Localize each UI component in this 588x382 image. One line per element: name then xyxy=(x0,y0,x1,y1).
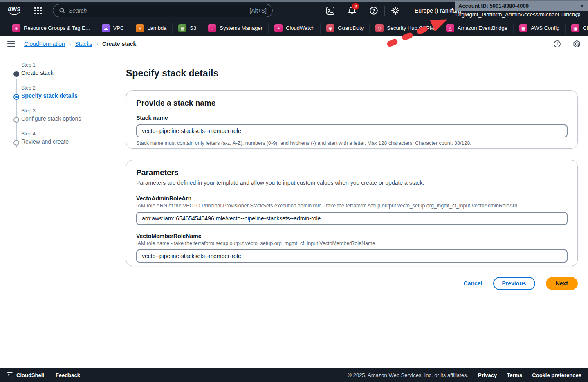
help-button[interactable]: ? xyxy=(363,6,384,15)
amazon-q-icon[interactable] xyxy=(573,40,581,48)
step-label: Create stack xyxy=(21,70,112,76)
cloudshell-toolbar-button[interactable] xyxy=(320,6,341,15)
favorites-item-guardduty[interactable]: ◉ GuardDuty xyxy=(321,23,370,34)
footer-copyright: © 2025, Amazon Web Services, Inc. or its… xyxy=(348,372,468,378)
footer-cloudshell-button[interactable]: CloudShell xyxy=(16,372,44,378)
step-active-radio xyxy=(13,94,19,100)
favorites-bar: ◈ Resource Groups & Tag E... ☁ VPC λ Lam… xyxy=(0,20,588,36)
eventbridge-icon: ◬ xyxy=(446,24,454,32)
search-input[interactable]: Search [Alt+S] xyxy=(53,4,273,17)
favorites-item-label: AWS Config xyxy=(531,25,559,31)
breadcrumb-link-cloudformation[interactable]: CloudFormation xyxy=(24,40,65,47)
favorites-item-label: Resource Groups & Tag E... xyxy=(24,25,90,31)
parameter-name: VectoMemberRoleName xyxy=(136,233,568,239)
notifications-button[interactable]: 2 xyxy=(341,6,363,15)
aws-smile-icon xyxy=(8,12,20,16)
parameter-field: VectoAdminRoleArn IAM role ARN of the VE… xyxy=(136,195,568,225)
terminal-icon xyxy=(326,6,335,15)
parameter-description: IAM role ARN of the VECTO Principal-Prov… xyxy=(136,203,568,209)
favorites-item-label: VPC xyxy=(113,25,124,31)
info-icon[interactable] xyxy=(553,40,561,48)
navbar-divider xyxy=(27,6,27,16)
next-button[interactable]: Next xyxy=(546,277,578,290)
favorites-item-resource-groups[interactable]: ◈ Resource Groups & Tag E... xyxy=(7,23,96,34)
footer-terms-link[interactable]: Terms xyxy=(507,372,522,378)
favorites-item-label: Security Hub CSPM xyxy=(387,25,434,31)
stack-name-label: Stack name xyxy=(136,115,568,121)
favorites-item-lambda[interactable]: λ Lambda xyxy=(130,23,173,34)
footer-privacy-link[interactable]: Privacy xyxy=(478,372,497,378)
step-todo-radio xyxy=(13,117,19,123)
stack-name-helper-text: Stack name must contain only letters (a-… xyxy=(136,140,568,146)
footer-cookie-preferences-link[interactable]: Cookie preferences xyxy=(532,372,581,378)
stack-name-card-title: Provide a stack name xyxy=(136,99,568,108)
step-number: Step 3 xyxy=(21,108,112,114)
settings-button[interactable] xyxy=(385,6,406,15)
step-todo-radio xyxy=(13,140,19,146)
breadcrumb-right-divider xyxy=(567,39,567,49)
stack-name-card: Provide a stack name Stack name Stack na… xyxy=(126,90,578,149)
favorites-item-cloudwatch[interactable]: ◔ CloudWatch xyxy=(269,23,321,34)
step-item-review-and-create[interactable]: Step 4 Review and create xyxy=(13,131,112,154)
vpc-icon: ☁ xyxy=(102,24,110,32)
favorites-item-s3[interactable]: ▤ S3 xyxy=(173,23,202,34)
step-number: Step 2 xyxy=(21,85,112,91)
breadcrumb: CloudFormation xyxy=(24,40,65,47)
step-completed-dot xyxy=(13,71,19,77)
apps-grid-icon[interactable] xyxy=(34,7,42,14)
step-label: Review and create xyxy=(21,138,112,145)
parameters-card-title: Parameters xyxy=(136,168,568,177)
account-dropdown[interactable]: Account ID: 5901-8380-4009 xyxy=(455,1,588,11)
parameters-card-description: Parameters are defined in your template … xyxy=(136,180,568,186)
search-icon xyxy=(59,7,65,14)
guardduty-icon: ◉ xyxy=(326,24,334,32)
systems-manager-icon: ◒ xyxy=(208,24,216,32)
vecto-admin-role-arn-input[interactable] xyxy=(136,212,568,225)
vecto-member-role-name-input[interactable] xyxy=(136,249,568,263)
favorites-item-label: Systems Manager xyxy=(220,25,263,31)
parameter-name: VectoAdminRoleArn xyxy=(136,195,568,202)
cancel-button[interactable]: Cancel xyxy=(464,280,483,287)
lambda-icon: λ xyxy=(136,24,144,32)
favorites-item-label: CloudFormation xyxy=(583,25,588,31)
step-item-specify-stack-details[interactable]: Step 2 Specify stack details xyxy=(13,85,112,108)
favorites-item-security-hub[interactable]: ◎ Security Hub CSPM xyxy=(370,23,440,34)
favorites-item-eventbridge[interactable]: ◬ Amazon EventBridge xyxy=(440,23,514,34)
question-icon: ? xyxy=(369,6,378,15)
step-number: Step 1 xyxy=(21,62,112,68)
navbar-divider xyxy=(406,6,406,16)
favorites-item-vpc[interactable]: ☁ VPC xyxy=(96,23,130,34)
cloudwatch-icon: ◔ xyxy=(274,24,283,32)
favorites-item-systems-manager[interactable]: ◒ Systems Manager xyxy=(202,23,269,34)
footer-feedback-button[interactable]: Feedback xyxy=(56,372,80,378)
favorites-item-label: S3 xyxy=(190,25,196,31)
parameter-description: IAM role name - take the terraform setup… xyxy=(136,240,568,246)
aws-logo[interactable]: aws xyxy=(7,6,21,16)
favorites-item-label: Lambda xyxy=(147,25,166,31)
stack-name-input[interactable] xyxy=(136,124,568,137)
wizard-actions: Cancel Previous Next xyxy=(126,277,578,290)
breadcrumb-bar: CloudFormation › Stacks › Create stack xyxy=(0,36,588,52)
search-placeholder: Search xyxy=(69,7,249,14)
previous-button[interactable]: Previous xyxy=(493,277,535,290)
hamburger-menu-icon[interactable] xyxy=(7,41,15,47)
wizard-steps-nav: Step 1 Create stack Step 2 Specify stack… xyxy=(13,62,112,154)
favorites-item-cloudformation[interactable]: ▣ CloudFormation xyxy=(566,23,588,34)
favorites-item-aws-config[interactable]: ▦ AWS Config xyxy=(514,23,566,34)
cloudshell-icon: >_ xyxy=(7,372,13,378)
step-item-configure-stack-options[interactable]: Step 3 Configure stack options xyxy=(13,108,112,131)
favorites-item-label: Amazon EventBridge xyxy=(458,25,507,31)
cloudformation-icon: ▣ xyxy=(571,24,579,32)
parameters-card: Parameters Parameters are defined in you… xyxy=(126,160,578,266)
search-shortcut: [Alt+S] xyxy=(249,7,267,14)
account-id-label: Account ID: 5901-8380-4009 xyxy=(455,3,580,9)
footer-bar: >_ CloudShell Feedback © 2025, Amazon We… xyxy=(0,368,588,382)
security-hub-icon: ◎ xyxy=(375,24,384,32)
page-title: Specify stack details xyxy=(126,68,578,79)
breadcrumb-link-stacks[interactable]: Stacks xyxy=(75,40,92,47)
favorites-item-label: CloudWatch xyxy=(286,25,314,31)
favorites-item-label: GuardDuty xyxy=(338,25,364,31)
s3-icon: ▤ xyxy=(178,24,186,32)
step-label: Configure stack options xyxy=(21,115,112,122)
step-item-create-stack[interactable]: Step 1 Create stack xyxy=(13,62,112,85)
